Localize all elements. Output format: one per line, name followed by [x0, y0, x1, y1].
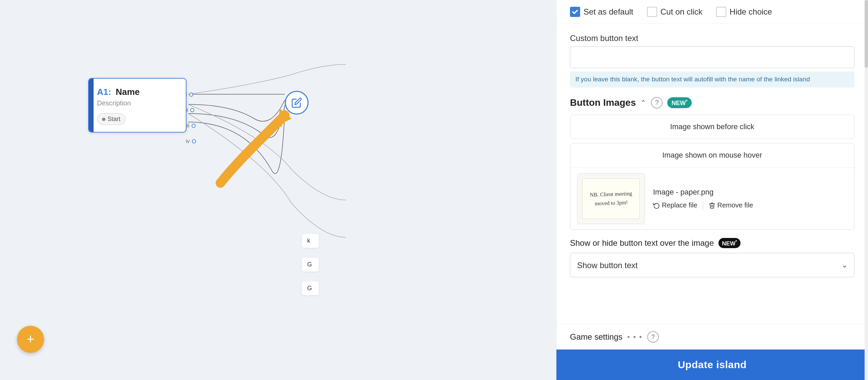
- custom-button-text-label: Custom button text: [570, 34, 854, 43]
- panel-content: Custom button text If you leave this bla…: [556, 24, 868, 324]
- small-card-2: G: [302, 258, 319, 272]
- new-badge-dark: NEW*: [718, 238, 740, 248]
- node-card-bar: [89, 79, 94, 132]
- arrow-indicator: [200, 98, 302, 193]
- node-title-prefix: A1:: [97, 87, 111, 97]
- connection-ii[interactable]: ii: [186, 107, 196, 113]
- replace-icon: [653, 202, 660, 209]
- connection-iv[interactable]: iv: [186, 138, 196, 144]
- connection-iii[interactable]: iii: [186, 123, 196, 129]
- cut-on-click-box[interactable]: [647, 7, 657, 17]
- small-card-3: G: [302, 281, 319, 295]
- set-as-default-label: Set as default: [584, 7, 633, 17]
- image-hover-button[interactable]: Image shown on mouse hover: [570, 143, 854, 168]
- node-card[interactable]: 1 A1: Name Description Start: [88, 78, 186, 133]
- connection-i[interactable]: i: [186, 92, 196, 98]
- scrollbar-thumb[interactable]: [865, 0, 868, 68]
- game-settings-row[interactable]: Game settings • • • ?: [556, 324, 868, 349]
- small-card-1: k: [302, 234, 319, 248]
- canvas-area: 1 A1: Name Description Start i ii iii: [0, 0, 556, 380]
- set-as-default-checkbox[interactable]: Set as default: [570, 7, 633, 17]
- custom-button-text-input[interactable]: [570, 46, 854, 68]
- new-badge: NEW*: [667, 97, 691, 108]
- game-settings-help-icon[interactable]: ?: [647, 331, 659, 343]
- image-name: Image - paper.png: [653, 188, 847, 197]
- action-divider: [703, 201, 703, 209]
- help-icon[interactable]: ?: [651, 97, 663, 108]
- add-button[interactable]: +: [17, 326, 44, 353]
- start-dot-icon: [102, 118, 105, 121]
- checkmark-icon: [572, 9, 578, 15]
- update-island-button[interactable]: Update island: [556, 349, 868, 380]
- node-start-button[interactable]: Start: [97, 113, 125, 125]
- image-thumbnail: NB. Client meeting moved to 3pm!: [577, 173, 645, 224]
- node-title-name: Name: [116, 87, 140, 97]
- hide-choice-checkbox[interactable]: Hide choice: [716, 7, 772, 17]
- game-settings-label: Game settings: [570, 332, 623, 342]
- show-hide-dropdown[interactable]: Show button text Hide button text: [570, 253, 854, 277]
- hide-choice-label: Hide choice: [730, 7, 772, 17]
- options-row: Set as default Cut on click Hide choice: [556, 0, 868, 24]
- node-title: A1: Name: [97, 87, 179, 97]
- trash-icon: [709, 202, 715, 209]
- replace-file-button[interactable]: Replace file: [653, 201, 697, 209]
- paper-text: NB. Client meeting moved to 3pm!: [590, 189, 633, 208]
- button-images-header: Button Images ⌃ ? NEW*: [570, 97, 854, 108]
- svg-marker-0: [273, 115, 285, 127]
- show-hide-section: Show or hide button text over the image …: [570, 238, 854, 278]
- set-as-default-box[interactable]: [570, 7, 580, 17]
- image-info: Image - paper.png Replace file: [653, 188, 847, 209]
- right-panel: Set as default Cut on click Hide choice …: [556, 0, 868, 380]
- pencil-icon: [291, 97, 302, 108]
- plus-icon: +: [26, 332, 34, 346]
- hide-choice-box[interactable]: [716, 7, 726, 17]
- cut-on-click-label: Cut on click: [660, 7, 703, 17]
- button-images-title: Button Images: [570, 97, 636, 108]
- hint-text: If you leave this blank, the button text…: [570, 72, 854, 87]
- cut-on-click-checkbox[interactable]: Cut on click: [647, 7, 703, 17]
- game-settings-dots-icon: • • •: [627, 333, 643, 341]
- remove-file-button[interactable]: Remove file: [709, 201, 753, 209]
- image-actions: Replace file Remove file: [653, 201, 847, 209]
- edit-button[interactable]: [285, 91, 309, 115]
- dropdown-wrapper: Show button text Hide button text ⌄: [570, 253, 854, 277]
- image-preview-area: NB. Client meeting moved to 3pm! Image -…: [570, 168, 854, 229]
- show-hide-label: Show or hide button text over the image …: [570, 238, 854, 248]
- connections-svg: [0, 0, 556, 380]
- node-description: Description: [97, 99, 179, 107]
- scrollbar-track[interactable]: [865, 0, 868, 380]
- paper-note: NB. Client meeting moved to 3pm!: [582, 178, 640, 219]
- image-before-click-button[interactable]: Image shown before click: [570, 115, 854, 139]
- node-start-label: Start: [107, 116, 120, 123]
- chevron-up-icon[interactable]: ⌃: [640, 99, 646, 107]
